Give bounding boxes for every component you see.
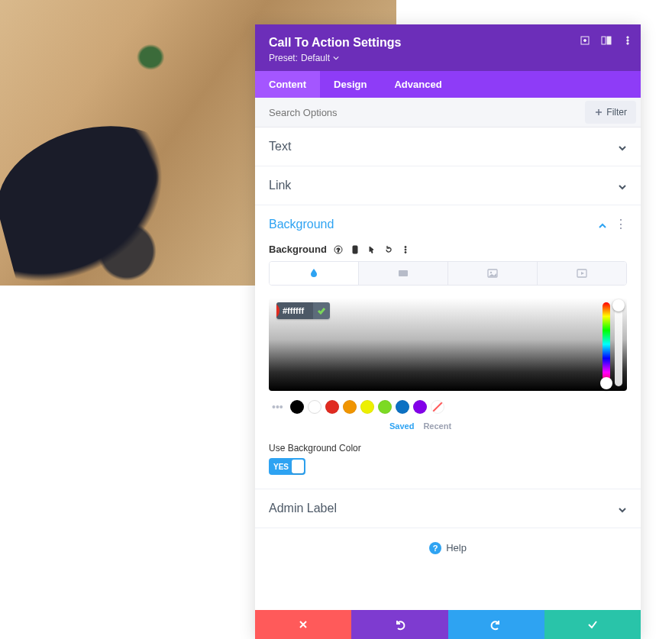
bg-type-color[interactable] — [270, 262, 359, 285]
background-subhead: Background ? — [269, 244, 627, 255]
content-area: Text Link Background ⋮ Background — [255, 127, 641, 610]
section-background-title: Background — [269, 218, 334, 231]
recent-tab[interactable]: Recent — [423, 421, 451, 431]
help-label: Help — [446, 542, 467, 553]
section-text-title: Text — [269, 140, 291, 153]
panel-header-actions — [580, 35, 633, 46]
section-admin-label: Admin Label — [255, 489, 641, 528]
swatch-tabs: Saved Recent — [269, 421, 627, 431]
swatch[interactable] — [343, 400, 357, 414]
chevron-down-icon — [333, 55, 339, 61]
swatch[interactable] — [360, 400, 374, 414]
swatch[interactable] — [413, 400, 427, 414]
svg-point-1 — [584, 40, 586, 42]
more-swatches-icon[interactable]: ••• — [269, 401, 286, 413]
swatch[interactable] — [325, 400, 339, 414]
section-link-title: Link — [269, 179, 291, 192]
bg-type-video[interactable] — [538, 262, 626, 285]
hex-confirm-button[interactable] — [313, 302, 330, 319]
swatch-none[interactable] — [431, 400, 444, 414]
toggle-knob — [292, 460, 304, 473]
color-picker: 1 ••• — [269, 298, 627, 431]
toggle-label: YES — [270, 463, 292, 471]
reset-icon[interactable] — [383, 244, 394, 255]
alpha-slider[interactable] — [615, 302, 622, 386]
bg-type-gradient[interactable] — [359, 262, 448, 285]
svg-rect-2 — [602, 37, 606, 44]
section-background-head[interactable]: Background ⋮ — [255, 205, 641, 244]
section-text-head[interactable]: Text — [255, 127, 641, 166]
hue-slider[interactable] — [603, 302, 610, 386]
svg-point-10 — [405, 246, 406, 247]
undo-button[interactable] — [351, 610, 447, 639]
swatch[interactable] — [290, 400, 304, 414]
filter-button[interactable]: Filter — [585, 101, 636, 124]
chevron-up-icon — [598, 220, 607, 229]
svg-point-12 — [405, 251, 406, 253]
search-row: Filter — [255, 98, 641, 127]
swatch[interactable] — [378, 400, 392, 414]
tab-design[interactable]: Design — [320, 71, 380, 98]
svg-point-5 — [627, 40, 628, 41]
svg-rect-9 — [353, 246, 357, 253]
swatch[interactable] — [308, 400, 321, 414]
use-bg-color-label: Use Background Color — [269, 443, 627, 453]
kebab-icon[interactable] — [400, 244, 411, 255]
panel-footer — [255, 610, 641, 639]
picker-sliders — [603, 302, 622, 386]
expand-icon[interactable] — [580, 35, 590, 46]
section-text: Text — [255, 127, 641, 166]
panel-header: Call To Action Settings Preset: Default — [255, 24, 641, 71]
background-sublabel: Background — [269, 244, 327, 255]
hex-badge: 1 — [276, 302, 330, 319]
preset-value: Default — [301, 53, 330, 63]
redo-button[interactable] — [448, 610, 544, 639]
kebab-icon[interactable]: ⋮ — [615, 218, 627, 231]
section-link: Link — [255, 166, 641, 205]
section-admin-label-head[interactable]: Admin Label — [255, 489, 641, 528]
tabs: Content Design Advanced — [255, 71, 641, 98]
swatch-row: ••• — [269, 400, 627, 414]
kebab-icon[interactable] — [622, 35, 633, 46]
help-icon: ? — [429, 542, 441, 554]
hex-input[interactable] — [276, 302, 313, 319]
section-background-body: Background ? 1 — [255, 244, 641, 489]
section-link-head[interactable]: Link — [255, 166, 641, 205]
svg-rect-13 — [399, 270, 408, 276]
settings-panel: Call To Action Settings Preset: Default … — [255, 24, 641, 639]
preset-prefix: Preset: — [269, 53, 298, 63]
help-link[interactable]: ?Help — [255, 528, 641, 568]
snap-icon[interactable] — [601, 35, 612, 46]
alpha-thumb[interactable] — [612, 299, 625, 311]
svg-rect-3 — [607, 37, 611, 44]
hue-thumb[interactable] — [600, 377, 612, 389]
saturation-area[interactable]: 1 — [269, 298, 627, 391]
hover-icon[interactable] — [367, 244, 377, 255]
svg-point-15 — [490, 272, 492, 273]
save-button[interactable] — [544, 610, 641, 639]
bg-type-image[interactable] — [448, 262, 538, 285]
tab-advanced[interactable]: Advanced — [380, 71, 455, 98]
use-bg-color-toggle[interactable]: YES — [269, 458, 305, 475]
svg-point-4 — [627, 37, 628, 38]
preset-selector[interactable]: Preset: Default — [269, 53, 627, 63]
section-background: Background ⋮ Background ? — [255, 205, 641, 489]
search-input[interactable] — [255, 99, 585, 126]
cancel-button[interactable] — [255, 610, 351, 639]
plus-icon — [594, 108, 603, 117]
tablet-icon[interactable] — [350, 244, 360, 255]
section-admin-label-title: Admin Label — [269, 502, 337, 515]
chevron-down-icon — [618, 181, 627, 190]
bg-type-tabs — [269, 261, 627, 286]
panel-title: Call To Action Settings — [269, 36, 627, 50]
svg-point-11 — [405, 249, 406, 250]
filter-label: Filter — [606, 107, 627, 118]
svg-point-6 — [627, 43, 628, 44]
chevron-down-icon — [618, 142, 627, 151]
svg-text:?: ? — [336, 247, 340, 253]
help-icon[interactable]: ? — [333, 244, 344, 255]
chevron-down-icon — [618, 504, 627, 513]
tab-content[interactable]: Content — [255, 71, 320, 98]
saved-tab[interactable]: Saved — [389, 421, 414, 431]
swatch[interactable] — [396, 400, 409, 414]
